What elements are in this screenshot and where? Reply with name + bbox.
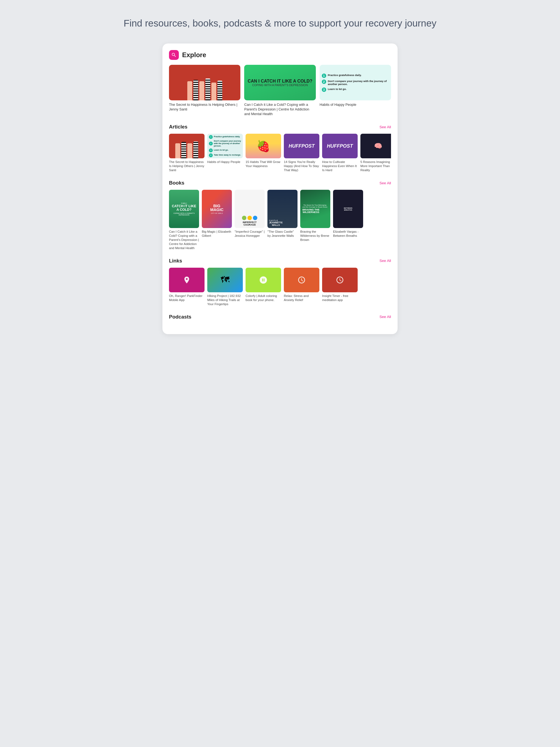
explore-featured: The Secret to Happiness Is Helping Other… xyxy=(169,65,391,116)
link-item-5[interactable]: Insight Timer - free meditation app xyxy=(322,268,358,306)
book-label-1: Can I Catch it Like a Cold? Coping with … xyxy=(169,230,199,250)
article-label-6: 5 Reasons Imagining Is More Important Th… xyxy=(360,160,391,172)
explore-icon xyxy=(169,50,179,60)
book-label-6: Elizabeth Vargas - Between Breaths xyxy=(333,230,363,238)
link-thumb-3 xyxy=(246,268,281,292)
book-label-3: "Imperfect Courage" | Jessica Honegger xyxy=(235,230,265,238)
article-item-6[interactable]: 🧠 5 Reasons Imagining Is More Important … xyxy=(360,134,391,172)
featured-label-3: Habits of Happy People xyxy=(320,103,391,107)
link-thumb-2 xyxy=(207,268,243,292)
books-row: CAN I CATCH IT LIKE A COLD? COPING WITH … xyxy=(169,190,391,250)
podcasts-title: Podcasts xyxy=(169,314,192,320)
book-label-2: Big Magic | Elizabeth Gilbert xyxy=(202,230,232,238)
link-thumb-1 xyxy=(169,268,205,292)
link-thumb-5 xyxy=(322,268,358,292)
books-title: Books xyxy=(169,180,184,186)
article-label-4: 14 Signs You're Really Happy (And How To… xyxy=(284,160,320,172)
articles-see-all[interactable]: See All xyxy=(380,125,391,129)
articles-header: Articles See All xyxy=(169,124,391,130)
link-item-4[interactable]: Relax: Stress and Anxiety Relief xyxy=(284,268,320,306)
links-title: Links xyxy=(169,258,182,264)
link-item-3[interactable]: Colorfy | Adult coloring book for your p… xyxy=(246,268,281,306)
featured-item-3[interactable]: 1 Practice gratefulness daily. 2 Don't c… xyxy=(320,65,391,116)
articles-row: The Secret to Happiness Is Helping Other… xyxy=(169,134,391,172)
link-label-1: Oh, Ranger! ParkFinder Mobile App xyxy=(169,294,205,302)
links-section: Links See All Oh, Ranger! ParkFinder Mob… xyxy=(169,258,391,306)
book-thumb-5: The Quest for True Belongingand the Cour… xyxy=(300,190,330,228)
article-item-5[interactable]: HUFFPOST How to Cultivate Happiness Even… xyxy=(322,134,358,172)
article-thumb-5: HUFFPOST xyxy=(322,134,358,158)
book-thumb-1: CAN I CATCH IT LIKE A COLD? COPING WITH … xyxy=(169,190,199,228)
articles-title: Articles xyxy=(169,124,187,130)
article-label-3: 15 Habits That Will Grow Your Happiness xyxy=(246,160,281,168)
links-see-all[interactable]: See All xyxy=(380,259,391,263)
article-item-2[interactable]: 1Practice gratefulness daily. 2Don't com… xyxy=(207,134,243,172)
articles-section: Articles See All The Secret to Happ xyxy=(169,124,391,172)
article-thumb-2: 1Practice gratefulness daily. 2Don't com… xyxy=(207,134,243,158)
book-item-3[interactable]: IMPERFECTCOURAGE "Imperfect Courage" | J… xyxy=(235,190,265,250)
book-item-5[interactable]: The Quest for True Belongingand the Cour… xyxy=(300,190,330,250)
page-header: Find resources, books, podcasts & more t… xyxy=(5,11,555,35)
featured-item-1[interactable]: The Secret to Happiness Is Helping Other… xyxy=(169,65,240,116)
book-item-4[interactable]: CASTLE JEANNETTEWALLS "The Glass Castle"… xyxy=(268,190,298,250)
explore-header: Explore xyxy=(169,50,391,60)
link-label-5: Insight Timer - free meditation app xyxy=(322,294,358,302)
links-header: Links See All xyxy=(169,258,391,264)
link-item-2[interactable]: HIking Project | 182.932 Miles of Hiking… xyxy=(207,268,243,306)
link-thumb-4 xyxy=(284,268,320,292)
link-label-2: HIking Project | 182.932 Miles of Hiking… xyxy=(207,294,243,306)
article-thumb-4: HUFFPOST xyxy=(284,134,320,158)
page-title: Find resources, books, podcasts & more t… xyxy=(11,17,549,30)
books-section: Books See All CAN I CATCH IT LIKE A COLD… xyxy=(169,180,391,250)
podcasts-header: Podcasts See All xyxy=(169,314,391,320)
book-label-4: "The Glass Castle" by Jeannette Walls xyxy=(268,230,298,238)
book-thumb-4: CASTLE JEANNETTEWALLS xyxy=(268,190,298,228)
search-icon xyxy=(171,52,177,58)
book-item-6[interactable]: BETWEENBREATHS Elizabeth Vargas - Betwee… xyxy=(333,190,363,250)
featured-label-2: Can I Catch it Like a Cold? Coping with … xyxy=(244,103,315,116)
books-header: Books See All xyxy=(169,180,391,186)
podcasts-see-all[interactable]: See All xyxy=(380,315,391,319)
featured-label-1: The Secret to Happiness Is Helping Other… xyxy=(169,103,240,111)
link-label-3: Colorfy | Adult coloring book for your p… xyxy=(246,294,281,302)
links-row: Oh, Ranger! ParkFinder Mobile App HIking… xyxy=(169,268,391,306)
article-label-1: The Secret to Happiness Is Helping Other… xyxy=(169,160,205,172)
featured-thumb-3: 1 Practice gratefulness daily. 2 Don't c… xyxy=(320,65,391,100)
featured-item-2[interactable]: CAN I CATCH IT LIKE A COLD? COPING WITH … xyxy=(244,65,315,116)
books-see-all[interactable]: See All xyxy=(380,181,391,185)
article-thumb-3: 🍓 xyxy=(246,134,281,158)
link-label-4: Relax: Stress and Anxiety Relief xyxy=(284,294,320,302)
book-thumb-6: BETWEENBREATHS xyxy=(333,190,363,228)
article-item-1[interactable]: The Secret to Happiness Is Helping Other… xyxy=(169,134,205,172)
podcasts-section: Podcasts See All xyxy=(169,314,391,320)
book-thumb-3: IMPERFECTCOURAGE xyxy=(235,190,265,228)
article-item-4[interactable]: HUFFPOST 14 Signs You're Really Happy (A… xyxy=(284,134,320,172)
article-label-2: Habits of Happy People xyxy=(207,160,243,164)
article-label-5: How to Cultivate Happiness Even When It … xyxy=(322,160,358,172)
featured-thumb-1 xyxy=(169,65,240,100)
article-thumb-1 xyxy=(169,134,205,158)
article-thumb-6: 🧠 xyxy=(360,134,391,158)
main-card: Explore The Secret to Happiness Is Helpi… xyxy=(162,44,398,334)
featured-thumb-2: CAN I CATCH IT LIKE A COLD? COPING WITH … xyxy=(244,65,315,100)
book-item-2[interactable]: BIGMAGIC CITY OF GIRLS Big Magic | Eliza… xyxy=(202,190,232,250)
book-thumb-2: BIGMAGIC CITY OF GIRLS xyxy=(202,190,232,228)
explore-title: Explore xyxy=(182,51,206,59)
article-item-3[interactable]: 🍓 15 Habits That Will Grow Your Happines… xyxy=(246,134,281,172)
book-label-5: Braving the Wilderness by Brene Brown xyxy=(300,230,330,242)
link-item-1[interactable]: Oh, Ranger! ParkFinder Mobile App xyxy=(169,268,205,306)
book-item-1[interactable]: CAN I CATCH IT LIKE A COLD? COPING WITH … xyxy=(169,190,199,250)
